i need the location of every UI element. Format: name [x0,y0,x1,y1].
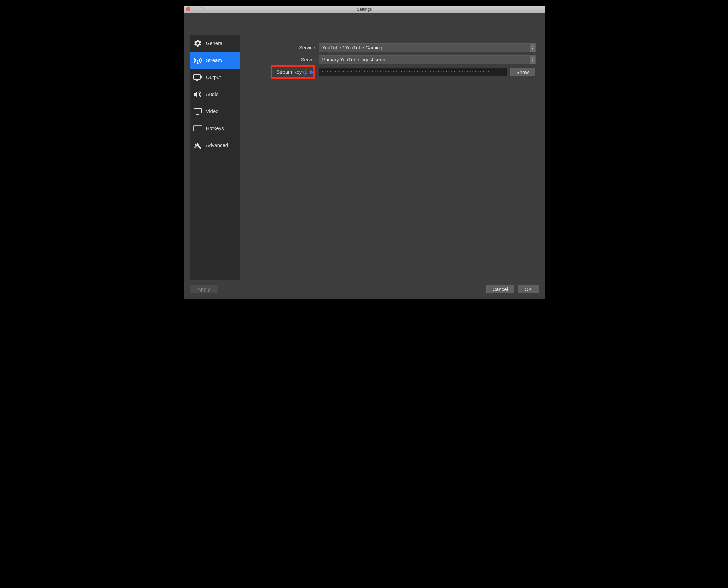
settings-sidebar: General Stream [190,35,240,280]
service-dropdown[interactable]: YouTube / YouTube Gaming [319,43,535,52]
cancel-button[interactable]: Cancel [486,285,514,293]
minimize-window-button[interactable] [193,7,197,11]
server-label: Server [240,57,319,62]
ok-button[interactable]: OK [517,285,539,293]
close-window-button[interactable] [186,7,191,11]
sidebar-item-label: Stream [206,57,222,63]
server-dropdown[interactable]: Primary YouTube ingest server [319,55,535,64]
stream-key-label: Stream Key (Link) [240,69,319,75]
sidebar-item-advanced[interactable]: Advanced [190,136,240,154]
sidebar-item-label: Advanced [206,142,228,148]
sidebar-item-label: General [206,40,224,46]
titlebar: Settings [184,6,545,13]
svg-point-0 [197,60,198,61]
keyboard-icon [193,123,203,133]
sidebar-item-hotkeys[interactable]: Hotkeys [190,120,240,136]
maximize-window-button[interactable] [200,7,204,11]
settings-window: Settings General [184,6,545,299]
sidebar-item-label: Audio [206,91,219,97]
svg-rect-1 [194,75,200,79]
speaker-icon [193,89,203,99]
service-label: Service [240,45,319,50]
sidebar-item-output[interactable]: Output [190,69,240,86]
stream-key-input[interactable]: ••••••••••••••••••••••••••••••••••••••••… [319,68,507,76]
service-value: YouTube / YouTube Gaming [323,45,383,50]
output-icon [193,72,203,82]
chevron-up-down-icon [530,56,535,64]
gear-icon [193,38,203,48]
sidebar-item-video[interactable]: Video [190,103,240,120]
sidebar-item-stream[interactable]: Stream [190,52,240,69]
settings-main-panel: Service YouTube / YouTube Gaming Server … [240,13,545,299]
sidebar-item-label: Output [206,74,221,80]
stream-key-link[interactable]: (Link) [303,69,315,75]
show-button[interactable]: Show [510,68,535,76]
sidebar-item-general[interactable]: General [190,35,240,52]
chevron-up-down-icon [530,44,535,52]
sidebar-item-audio[interactable]: Audio [190,86,240,103]
sidebar-item-label: Hotkeys [206,125,224,131]
monitor-icon [193,106,203,116]
antenna-icon [193,55,203,65]
window-title: Settings [357,7,372,12]
traffic-lights [186,7,204,11]
sidebar-item-label: Video [206,108,219,114]
tools-icon [193,140,203,150]
svg-rect-2 [194,108,201,113]
apply-button[interactable]: Apply [190,285,218,293]
server-value: Primary YouTube ingest server [323,57,388,62]
